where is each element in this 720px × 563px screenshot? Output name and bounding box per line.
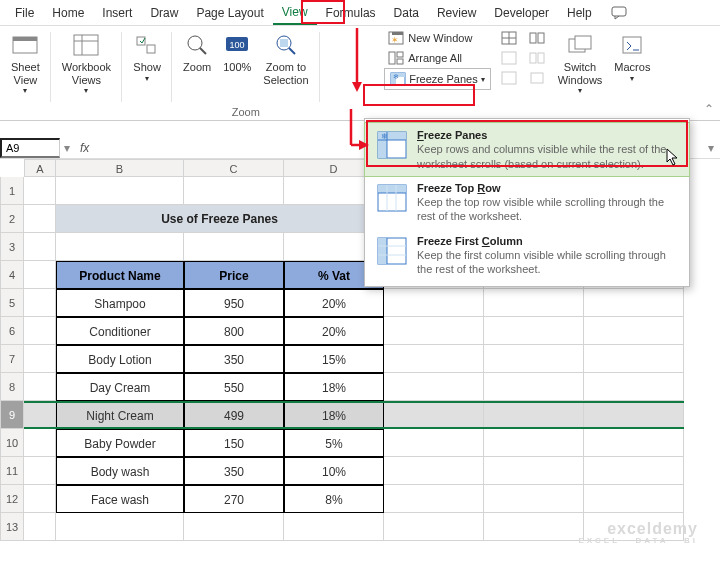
cell-B12[interactable]: Face wash <box>56 485 184 513</box>
new-window-button[interactable]: ✶New Window <box>384 28 490 48</box>
col-header-A[interactable]: A <box>24 159 56 177</box>
row-header-10[interactable]: 10 <box>0 429 24 457</box>
cell-A12[interactable] <box>24 485 56 513</box>
cell-A8[interactable] <box>24 373 56 401</box>
cell-D12[interactable]: 8% <box>284 485 384 513</box>
cell-B8[interactable]: Day Cream <box>56 373 184 401</box>
cell-B1[interactable] <box>56 177 184 205</box>
cell-C8[interactable]: 550 <box>184 373 284 401</box>
menu-review[interactable]: Review <box>428 2 485 24</box>
cell-B4[interactable]: Product Name <box>56 261 184 289</box>
cell-C11[interactable]: 350 <box>184 457 284 485</box>
ribbon-collapse-icon[interactable]: ⌃ <box>704 102 714 116</box>
menu-data[interactable]: Data <box>385 2 428 24</box>
row-header-11[interactable]: 11 <box>0 457 24 485</box>
menu-draw[interactable]: Draw <box>141 2 187 24</box>
cell-F10[interactable] <box>484 429 584 457</box>
cell-D11[interactable]: 10% <box>284 457 384 485</box>
menu-help[interactable]: Help <box>558 2 601 24</box>
unhide-button[interactable] <box>497 68 521 88</box>
cell-E9[interactable] <box>384 401 484 429</box>
cell-C12[interactable]: 270 <box>184 485 284 513</box>
cell-A1[interactable] <box>24 177 56 205</box>
menu-developer[interactable]: Developer <box>485 2 558 24</box>
menu-insert[interactable]: Insert <box>93 2 141 24</box>
cell-E5[interactable] <box>384 289 484 317</box>
cell-D6[interactable]: 20% <box>284 317 384 345</box>
dd-freeze-panes[interactable]: ❄ FFreeze Panesreeze PanesKeep rows and … <box>364 122 690 177</box>
cell-E10[interactable] <box>384 429 484 457</box>
row-header-9[interactable]: 9 <box>0 401 24 429</box>
switch-windows-button[interactable]: Switch Windows▾ <box>553 28 608 98</box>
cell-E8[interactable] <box>384 373 484 401</box>
row-header-2[interactable]: 2 <box>0 205 24 233</box>
cell-F12[interactable] <box>484 485 584 513</box>
cell-D8[interactable]: 18% <box>284 373 384 401</box>
cell-A2[interactable] <box>24 205 56 233</box>
cell-B11[interactable]: Body wash <box>56 457 184 485</box>
name-box[interactable] <box>0 138 60 158</box>
cell-F9[interactable] <box>484 401 584 429</box>
dd-freeze-first-col[interactable]: Freeze First ColumnKeep the first column… <box>365 229 689 282</box>
menu-view[interactable]: View <box>273 1 317 25</box>
cell-C6[interactable]: 800 <box>184 317 284 345</box>
cell-D9[interactable]: 18% <box>284 401 384 429</box>
cell-C9[interactable]: 499 <box>184 401 284 429</box>
cell-F6[interactable] <box>484 317 584 345</box>
split-button[interactable] <box>497 28 521 48</box>
cell-A3[interactable] <box>24 233 56 261</box>
cell-E12[interactable] <box>384 485 484 513</box>
cell-C3[interactable] <box>184 233 284 261</box>
cell-A9[interactable] <box>24 401 56 429</box>
menu-page-layout[interactable]: Page Layout <box>187 2 272 24</box>
cell-G8[interactable] <box>584 373 684 401</box>
row-header-13[interactable]: 13 <box>0 513 24 541</box>
cell-G9[interactable] <box>584 401 684 429</box>
cell-A6[interactable] <box>24 317 56 345</box>
cell-E11[interactable] <box>384 457 484 485</box>
menu-file[interactable]: File <box>6 2 43 24</box>
row-header-12[interactable]: 12 <box>0 485 24 513</box>
row-headers[interactable]: 12345678910111213 <box>0 177 24 541</box>
cell-A5[interactable] <box>24 289 56 317</box>
cell-A4[interactable] <box>24 261 56 289</box>
row-header-8[interactable]: 8 <box>0 373 24 401</box>
cell-F7[interactable] <box>484 345 584 373</box>
row-header-4[interactable]: 4 <box>0 261 24 289</box>
row-header-7[interactable]: 7 <box>0 345 24 373</box>
reset-pos-button[interactable] <box>525 68 549 88</box>
cell-E6[interactable] <box>384 317 484 345</box>
cell-C4[interactable]: Price <box>184 261 284 289</box>
cell-B3[interactable] <box>56 233 184 261</box>
cell-G5[interactable] <box>584 289 684 317</box>
cell-F8[interactable] <box>484 373 584 401</box>
hide-button[interactable] <box>497 48 521 68</box>
view-side-button[interactable] <box>525 28 549 48</box>
cell-D10[interactable]: 5% <box>284 429 384 457</box>
cell-G11[interactable] <box>584 457 684 485</box>
cell-D5[interactable]: 20% <box>284 289 384 317</box>
cell-D13[interactable] <box>284 513 384 541</box>
menu-home[interactable]: Home <box>43 2 93 24</box>
zoom-selection-button[interactable]: Zoom to Selection <box>258 28 313 89</box>
cell-F11[interactable] <box>484 457 584 485</box>
freeze-panes-button[interactable]: ❄Freeze Panes▾ <box>384 68 490 90</box>
cell-G10[interactable] <box>584 429 684 457</box>
cell-C5[interactable]: 950 <box>184 289 284 317</box>
cell-A10[interactable] <box>24 429 56 457</box>
row-header-5[interactable]: 5 <box>0 289 24 317</box>
workbook-views-button[interactable]: Workbook Views▾ <box>57 28 116 98</box>
col-header-C[interactable]: C <box>184 159 284 177</box>
sync-scroll-button[interactable] <box>525 48 549 68</box>
dd-freeze-top-row[interactable]: Freeze Top RowKeep the top row visible w… <box>365 176 689 229</box>
comments-icon[interactable] <box>605 2 633 24</box>
namebox-dropdown-icon[interactable]: ▾ <box>60 141 74 155</box>
cell-C7[interactable]: 350 <box>184 345 284 373</box>
zoom-100-button[interactable]: 100 100% <box>218 28 256 77</box>
macros-button[interactable]: Macros▾ <box>609 28 655 86</box>
cell-C1[interactable] <box>184 177 284 205</box>
cell-A13[interactable] <box>24 513 56 541</box>
fx-icon[interactable]: fx <box>74 141 95 155</box>
cell-G7[interactable] <box>584 345 684 373</box>
show-button[interactable]: Show▾ <box>128 28 166 86</box>
